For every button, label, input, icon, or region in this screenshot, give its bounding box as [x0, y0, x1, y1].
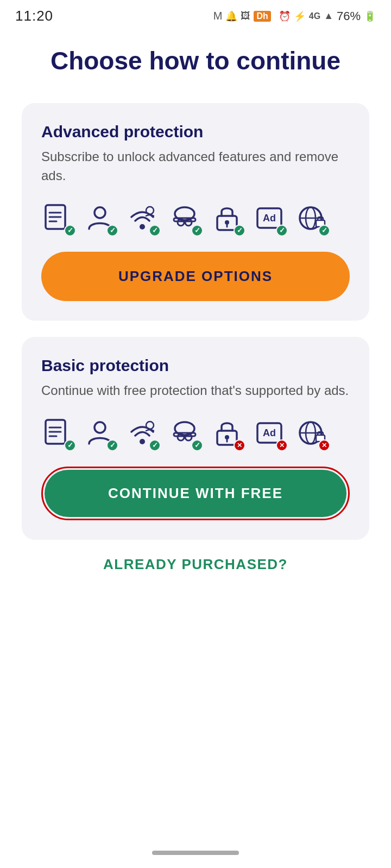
x-badge-b7: [318, 439, 330, 451]
svg-point-26: [140, 439, 145, 444]
person-shield-icon-2: [84, 417, 116, 449]
check-badge-b1: [64, 439, 76, 451]
already-purchased-section[interactable]: ALREADY PURCHASED?: [22, 556, 369, 573]
svg-point-25: [94, 422, 105, 433]
check-badge-b3: [149, 439, 161, 451]
basic-icons-row: Ad: [41, 417, 350, 449]
check-badge-4: [191, 225, 203, 237]
x-badge-b6: [276, 439, 288, 451]
spy-icon-1: [168, 202, 201, 234]
advanced-card-description: Subscribe to unlock advanced features an…: [41, 148, 350, 186]
check-badge-1: [64, 225, 76, 237]
lock-icon-2: [211, 417, 243, 449]
ad-icon-2: Ad: [253, 417, 286, 449]
svg-point-6: [146, 207, 154, 214]
bottom-nav-bar: [152, 851, 239, 855]
basic-card-description: Continue with free protection that's sup…: [41, 381, 350, 400]
gmail-icon: M: [213, 10, 223, 22]
advanced-icons-row: Ad: [41, 202, 350, 234]
continue-free-button[interactable]: CONTINUE WITH FREE: [45, 470, 346, 517]
check-badge-7: [318, 225, 330, 237]
signal-icon: 4G: [309, 11, 320, 21]
svg-text:Ad: Ad: [263, 213, 276, 224]
check-badge-b4: [191, 439, 203, 451]
battery-text: 76%: [337, 9, 361, 23]
svg-point-27: [146, 422, 154, 429]
person-shield-icon-1: [84, 202, 116, 234]
continue-free-button-wrapper: CONTINUE WITH FREE: [41, 467, 350, 520]
dh-icon: Dh: [254, 11, 270, 22]
basic-protection-card: Basic protection Continue with free prot…: [22, 337, 369, 540]
already-purchased-text[interactable]: ALREADY PURCHASED?: [103, 556, 288, 572]
check-badge-6: [276, 225, 288, 237]
bluetooth-icon: ⚡: [294, 10, 306, 22]
check-badge-2: [106, 225, 118, 237]
svg-point-5: [140, 224, 145, 229]
upgrade-options-button[interactable]: UPGRADE OPTIONS: [41, 252, 350, 301]
scan-icon-1: [41, 202, 74, 234]
page-title: Choose how to continue: [22, 46, 369, 76]
x-badge-b5: [234, 439, 245, 451]
wifi-person-icon-1: [126, 202, 159, 234]
status-bar: 11:20 M 🔔 🖼 Dh ⏰ ⚡ 4G ▲ 76% 🔋: [0, 0, 391, 30]
advanced-protection-card: Advanced protection Subscribe to unlock …: [22, 103, 369, 321]
advanced-card-title: Advanced protection: [41, 123, 350, 141]
globe-lock-icon-2: [295, 417, 328, 449]
battery-icon: 🔋: [364, 10, 376, 22]
svg-text:Ad: Ad: [263, 427, 276, 438]
check-badge-5: [234, 225, 245, 237]
main-content: Choose how to continue Advanced protecti…: [0, 30, 391, 605]
status-time: 11:20: [15, 8, 53, 24]
check-badge-3: [149, 225, 161, 237]
ad-icon-1: Ad: [253, 202, 286, 234]
basic-card-title: Basic protection: [41, 356, 350, 375]
alarm-icon: ⏰: [279, 10, 291, 22]
svg-point-4: [94, 207, 105, 218]
spy-icon-2: [168, 417, 201, 449]
wifi-person-icon-2: [126, 417, 159, 449]
check-badge-b2: [106, 439, 118, 451]
globe-lock-icon-1: [295, 202, 328, 234]
notification-icon: 🔔: [225, 10, 237, 22]
wifi-signal-icon: ▲: [324, 10, 333, 22]
scan-icon-2: [41, 417, 74, 449]
photo-icon: 🖼: [241, 10, 250, 22]
lock-icon-1: [211, 202, 243, 234]
status-icons: M 🔔 🖼 Dh ⏰ ⚡ 4G ▲ 76% 🔋: [213, 9, 376, 23]
